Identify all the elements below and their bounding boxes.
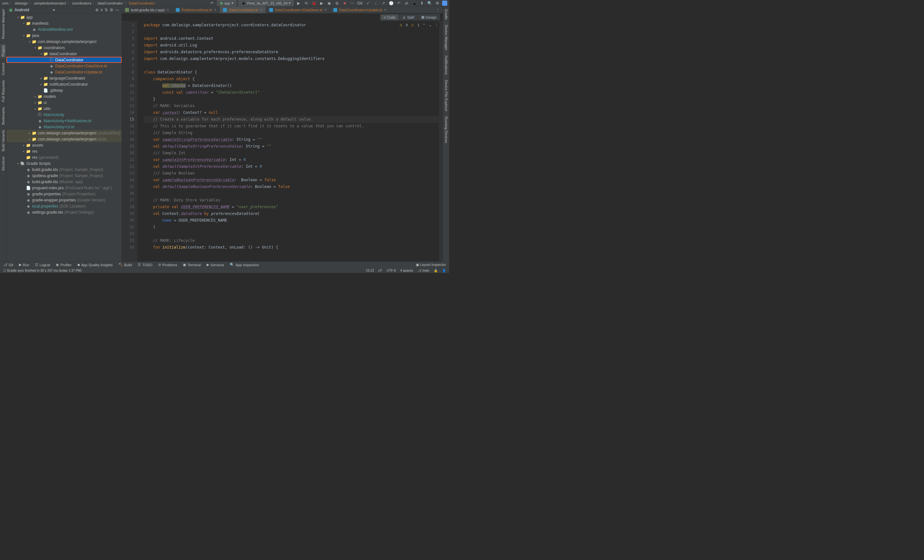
tree-item[interactable]: ◆MainActivity+UI.kt [6, 124, 122, 130]
gear-icon[interactable]: ⚙ [110, 8, 113, 12]
dropdown-icon[interactable]: ▾ [53, 8, 55, 12]
breadcrumb-item[interactable]: DataCoordinator [129, 1, 155, 5]
sort-icon[interactable]: ⇅ [105, 8, 108, 12]
debug-restart-icon[interactable]: ⟲ [303, 0, 309, 6]
code-line[interactable]: val defaultSampleBooleanPreferenceVariab… [144, 183, 439, 190]
layout-inspector-button[interactable]: ▣ Layout Inspector [416, 263, 446, 267]
lock-icon[interactable]: 🔒 [434, 269, 438, 272]
line-number[interactable]: 27 [122, 197, 134, 204]
tool-window-tab[interactable]: Project [1, 44, 6, 58]
code-line[interactable]: var context: Context? = null [144, 109, 439, 116]
line-number[interactable]: 24 [122, 177, 134, 183]
line-number[interactable]: 5 [122, 49, 134, 55]
expand-icon[interactable]: ▸ [28, 138, 32, 141]
bottom-tool-button[interactable]: 🔍 App Inspection [230, 263, 259, 267]
tree-item[interactable]: ◆DataCoordinator+Update.kt [6, 69, 122, 75]
coverage-icon[interactable]: ▶ [319, 0, 324, 6]
git-history-icon[interactable]: 🕒 [388, 0, 394, 6]
indent-setting[interactable]: 4 spaces [400, 269, 413, 272]
code-line[interactable]: name = USER_PREFERENCES_NAME [144, 217, 439, 224]
line-number[interactable]: 32 [122, 231, 134, 237]
code-line[interactable]: import androidx.datastore.preferences.pr… [144, 49, 439, 55]
line-number[interactable]: 31 [122, 224, 134, 231]
code-line[interactable]: fun initialize(context: Context, onLoad:… [144, 244, 439, 251]
editor-tab[interactable]: DataCoordinator.kt× [220, 6, 266, 13]
bottom-tool-button[interactable]: ▶ Services [207, 263, 224, 267]
code-line[interactable]: val defaultSampleIntPreferenceVariable: … [144, 163, 439, 170]
code-line[interactable]: // MARK: Lifecycle [144, 237, 439, 244]
bottom-tool-button[interactable]: ▶ Run [19, 263, 29, 267]
expand-icon[interactable]: ▸ [33, 107, 37, 110]
line-number[interactable]: 20 [122, 150, 134, 157]
editor-tab[interactable]: DataCoordinator+DataStore.kt× [266, 6, 330, 13]
breadcrumb-item[interactable]: com [2, 1, 9, 5]
attach-debugger-icon[interactable]: ⧉ [334, 0, 340, 6]
tool-window-tab[interactable]: Structure [1, 157, 5, 171]
tree-item[interactable]: ⒸDataCoordinator [6, 57, 122, 63]
device-dropdown[interactable]: 📱 Pixel_3a_API_33_x86_64 ▾ [238, 0, 294, 6]
line-number[interactable]: 28 [122, 204, 134, 210]
line-number[interactable]: 14 [122, 109, 134, 116]
line-number[interactable]: 22 [122, 163, 134, 170]
fold-gutter[interactable] [137, 21, 141, 261]
tree-item[interactable]: ▸📁ui [6, 99, 122, 106]
editor-tab[interactable]: build.gradle.kts (:app)× [122, 6, 172, 13]
line-number[interactable]: 9 [122, 76, 134, 82]
view-code-button[interactable]: ≡ Code [380, 14, 399, 21]
tree-item[interactable]: ◆local.properties(SDK Location) [6, 203, 122, 209]
tree-item[interactable]: ◆MainActivity+Notifications.kt [6, 118, 122, 124]
code-line[interactable]: import com.delasign.samplestarterproject… [144, 55, 439, 62]
code-line[interactable]: // MARK: Data Store Variables [144, 197, 439, 204]
breadcrumb-item[interactable]: samplestarterproject [34, 1, 66, 5]
tree-item[interactable]: ◆settings.gradle.kts(Project Settings) [6, 209, 122, 215]
tool-window-tab[interactable]: Commit [1, 63, 5, 75]
line-number[interactable]: 6 [122, 55, 134, 62]
code-line[interactable] [144, 190, 439, 197]
line-number[interactable]: 23 [122, 170, 134, 177]
back-icon[interactable]: ↶ [209, 0, 215, 6]
code-line[interactable]: var sampleStringPreferenceVariable: Stri… [144, 136, 439, 143]
git-commit-icon[interactable]: ✓ [365, 0, 371, 6]
tree-item[interactable]: ▸📁res [6, 148, 122, 154]
tree-item[interactable]: ▸📁assets [6, 142, 122, 148]
editor-tab[interactable]: DataCoordinator+Update.kt× [330, 6, 390, 13]
line-number[interactable]: 7 [122, 62, 134, 69]
code-line[interactable] [144, 231, 439, 237]
tree-item[interactable]: ▸📁com.delasign.samplestarterproject(test… [6, 136, 122, 142]
tree-item[interactable]: 📁res(generated) [6, 154, 122, 160]
bottom-tool-button[interactable]: ☰ TODO [138, 263, 152, 267]
tree-item[interactable]: ▸📁models [6, 93, 122, 99]
line-number[interactable]: 4 [122, 42, 134, 49]
breadcrumb[interactable]: com〉delasign〉samplestarterproject〉coordi… [2, 1, 209, 6]
tree-item[interactable]: 📄.gitkeep [6, 87, 122, 93]
line-number[interactable]: 2 [122, 28, 134, 35]
line-number[interactable]: 1 [122, 22, 134, 28]
git-branch[interactable]: ⎇ main [418, 269, 429, 272]
tree-item[interactable]: ▾📁java [6, 32, 122, 39]
tool-window-tab[interactable]: Resource Manager [1, 9, 5, 39]
tree-item[interactable]: ▸📁languageCoordinator [6, 75, 122, 81]
line-number[interactable]: 26 [122, 190, 134, 197]
expand-icon[interactable]: ▾ [16, 162, 20, 165]
tabs-more-icon[interactable]: ⋮ [433, 6, 443, 13]
bottom-tool-button[interactable]: ⊘ Problems [158, 263, 177, 267]
bottom-tool-button[interactable]: ▣ Terminal [183, 263, 201, 267]
tree-item[interactable]: ▾📁app [6, 14, 122, 20]
tree-item[interactable]: ▾📁manifests [6, 20, 122, 26]
up-icon[interactable]: ⌃ [423, 23, 425, 27]
git-undo-icon[interactable]: ↶ [396, 0, 402, 6]
line-number[interactable]: 29 [122, 210, 134, 217]
code-line[interactable]: var sampleBooleanPreferenceVariable: Boo… [144, 177, 439, 183]
line-number[interactable]: 8 [122, 69, 134, 76]
view-split-button[interactable]: ⫼ Split [399, 14, 417, 21]
line-number[interactable]: 33 [122, 237, 134, 244]
line-gutter[interactable]: 1234567891011121314151617181920212223242… [122, 21, 137, 261]
tree-item[interactable]: ◆build.gradle.kts(Project: Sample_Projec… [6, 166, 122, 172]
search-icon[interactable]: 🔍 [427, 0, 432, 6]
tool-window-tab[interactable]: Bookmarks [1, 107, 5, 125]
tool-window-tab[interactable]: Running Devices [444, 117, 448, 143]
expand-icon[interactable]: ▾ [22, 34, 26, 37]
line-number[interactable]: 19 [122, 143, 134, 150]
panel-title[interactable]: Android [14, 8, 51, 12]
close-icon[interactable]: × [324, 8, 327, 12]
